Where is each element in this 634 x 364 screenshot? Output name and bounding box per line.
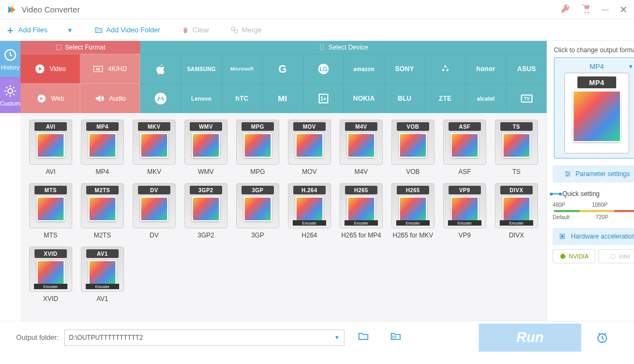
toolbar: ＋ Add Files ▼ Add Video Folder Clear Mer… (0, 19, 634, 41)
open-folder-button[interactable] (350, 330, 377, 345)
device-tv[interactable]: TV (506, 83, 547, 113)
chip-icon (558, 232, 567, 241)
format-3gp2[interactable]: 3GP23GP2 (182, 183, 230, 239)
key-icon[interactable] (561, 4, 570, 15)
output-hint: Click to change output format: (554, 46, 634, 54)
sidebar: History Custom (0, 41, 20, 321)
format-m4v[interactable]: M4VM4V (337, 120, 385, 176)
cart-icon[interactable] (581, 4, 591, 15)
format-xvid[interactable]: XVIDEncoderXVID (27, 247, 74, 303)
alarm-button[interactable] (587, 324, 618, 352)
run-button[interactable]: Run (479, 324, 581, 352)
device-alcatel[interactable]: alcatel (465, 83, 506, 113)
format-h265-for-mkv[interactable]: H265EncoderH265 for MKV (389, 183, 437, 239)
encoder-strip: Encoder (500, 220, 533, 226)
format-av1[interactable]: AV1EncoderAV1 (79, 247, 126, 303)
format-ts[interactable]: TSTS (493, 120, 540, 176)
chevron-down-icon[interactable]: ▼ (67, 27, 73, 33)
format-art (347, 197, 375, 221)
device-asus[interactable]: ASUS (506, 54, 547, 83)
format-tile: AV1Encoder (81, 247, 124, 292)
add-files-button[interactable]: ＋ Add Files ▼ (5, 24, 73, 37)
format-h265-for-mp4[interactable]: H265EncoderH265 for MP4 (337, 183, 385, 239)
format-3gp[interactable]: 3GP3GP (234, 183, 281, 239)
encoder-strip: Encoder (293, 220, 326, 226)
add-folder-label: Add Video Folder (106, 26, 160, 34)
format-m2ts[interactable]: M2TSM2TS (79, 183, 126, 239)
format-label: VOB (406, 168, 419, 176)
intel-chip[interactable]: Intel (598, 249, 634, 263)
device-oneplus[interactable]: 1+ (303, 83, 343, 113)
device-amazon[interactable]: amazon (343, 54, 384, 83)
category-video[interactable]: Video (20, 54, 80, 83)
output-folder-input[interactable]: D:\OUTPUTTTTTTTTTT2 ▼ (64, 330, 344, 346)
format-mts[interactable]: MTSMTS (27, 183, 74, 239)
format-vp9[interactable]: VP9EncoderVP9 (441, 183, 488, 239)
add-video-folder-button[interactable]: Add Video Folder (94, 26, 160, 34)
device-zte[interactable]: ZTE (425, 83, 465, 113)
format-avi[interactable]: AVIAVI (27, 120, 74, 176)
device-sony[interactable]: SONY (384, 54, 424, 83)
svg-text:TV: TV (523, 96, 529, 101)
quality-slider[interactable]: 480P 1080P 4K Default 720P 2K (553, 202, 634, 220)
sliders-icon (564, 170, 571, 178)
format-label: ASF (458, 168, 471, 176)
format-vob[interactable]: VOBVOB (389, 120, 437, 176)
format-dv[interactable]: DVDV (130, 183, 178, 239)
svg-rect-4 (56, 45, 61, 50)
format-asf[interactable]: ASFASF (441, 120, 488, 176)
format-divx[interactable]: DIVXEncoderDIVX (493, 183, 540, 239)
minimize-button[interactable]: — (602, 5, 609, 13)
nvidia-chip[interactable]: NVIDIA (553, 249, 595, 263)
device-samsung[interactable]: SAMSUNG (181, 54, 221, 83)
app-logo-icon (6, 4, 17, 15)
format-tile: DIVXEncoder (495, 183, 538, 228)
center-panel: Select Format Select Device Video 4K 4K/… (20, 41, 547, 321)
device-microsoft[interactable]: Microsoft (222, 54, 262, 83)
device-blu[interactable]: BLU (384, 83, 424, 113)
device-lenovo[interactable]: Lenovo (181, 83, 221, 113)
device-apple[interactable] (140, 54, 181, 83)
chevron-down-icon[interactable]: ▼ (334, 334, 340, 340)
format-badge: AVI (35, 122, 67, 131)
device-htc[interactable]: hTC (222, 83, 262, 113)
category-4k-hd[interactable]: 4K 4K/HD (80, 54, 140, 83)
parameter-settings-button[interactable]: Parameter settings (553, 165, 634, 183)
category-audio[interactable]: Audio (80, 83, 140, 113)
svg-point-20 (568, 173, 569, 174)
device-huawei[interactable] (425, 54, 465, 83)
device-nokia[interactable]: NOKIA (343, 83, 384, 113)
format-mp4[interactable]: MP4MP4 (79, 120, 126, 176)
format-tile: MPG (236, 120, 279, 165)
hardware-acceleration-button[interactable]: Hardware acceleration (553, 228, 634, 245)
close-button[interactable]: ✕ (619, 4, 628, 16)
format-mkv[interactable]: MKVMKV (130, 120, 178, 176)
plus-icon: ＋ (5, 24, 15, 37)
format-wmv[interactable]: WMVWMV (182, 120, 230, 176)
format-tile: AVI (29, 120, 72, 165)
clear-label: Clear (192, 26, 209, 34)
device-motorola[interactable] (140, 83, 181, 113)
device-lg[interactable]: LG (303, 54, 343, 83)
batch-folder-button[interactable] (382, 330, 409, 345)
format-h264[interactable]: H.264EncoderH264 (286, 183, 333, 239)
history-button[interactable]: History (0, 41, 20, 77)
output-badge: MP4 (577, 76, 616, 88)
format-label: AVI (46, 168, 56, 176)
custom-button[interactable]: Custom (0, 77, 20, 113)
format-art (244, 133, 272, 158)
device-honor[interactable]: honor (465, 54, 506, 83)
output-format-card[interactable]: ▼ MP4 MP4 (554, 57, 634, 159)
format-badge: 3GP (242, 186, 274, 194)
category-web[interactable]: Web (20, 83, 80, 113)
chevron-down-icon: ▼ (628, 64, 633, 69)
format-tile: 3GP (236, 183, 279, 228)
device-mi[interactable]: MI (262, 83, 302, 113)
device-g[interactable]: G (262, 54, 302, 83)
format-tile: VOB (391, 120, 435, 165)
encoder-strip: Encoder (86, 284, 119, 289)
format-badge: 3GP2 (190, 186, 222, 194)
format-badge: MTS (35, 186, 67, 194)
format-mpg[interactable]: MPGMPG (234, 120, 281, 176)
format-mov[interactable]: MOVMOV (286, 120, 333, 176)
